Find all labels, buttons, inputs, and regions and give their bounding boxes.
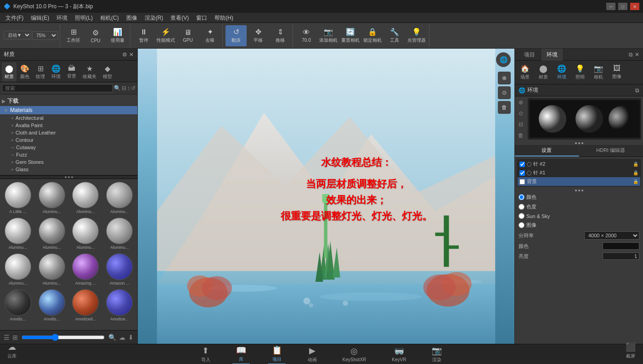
env-tab-lighting[interactable]: 💡 照明	[572, 62, 588, 82]
viewport-globe-button[interactable]: 🌐	[496, 52, 511, 67]
grid-view-icon[interactable]: ⊞	[12, 334, 18, 341]
tab-favorites[interactable]: ★ 收藏夹	[80, 62, 99, 82]
panel-settings-icon[interactable]: ⚙	[122, 51, 127, 58]
tree-item-cloth-leather[interactable]: + Cloth and Leather	[7, 129, 137, 136]
radio-image[interactable]	[519, 222, 525, 228]
mat-item-6[interactable]: Aluminu...	[70, 217, 102, 251]
add-camera-button[interactable]: 📷添加相机	[318, 25, 339, 46]
radio-sunsky[interactable]	[519, 213, 525, 219]
menu-render[interactable]: 渲染(R)	[141, 13, 167, 23]
fov-button[interactable]: 👁70.0	[296, 25, 317, 46]
mat-item-3[interactable]: Aluminu...	[103, 181, 135, 215]
cloud-icon[interactable]: ☁	[119, 334, 125, 341]
tab-texture[interactable]: ⊞ 纹理	[33, 62, 48, 82]
env-tab-image[interactable]: 🖼 图像	[609, 62, 625, 82]
env-side-icon-4[interactable]: 🗑	[516, 130, 526, 140]
layer-checkbox-pin1[interactable]	[519, 170, 525, 176]
env-tab-material[interactable]: ⬤ 材质	[535, 62, 552, 82]
lock-icon-pin1[interactable]: 🔒	[633, 170, 638, 175]
tree-item-glass[interactable]: + Glass	[7, 166, 137, 173]
viewport[interactable]: 水纹教程总结： 当两层材质调整好后， 效果的出来； 很重要是调整灯光、灯光、灯光…	[138, 49, 514, 344]
viewport-side-icon-1[interactable]: ⊕	[498, 72, 511, 84]
list-view-icon[interactable]: ☰	[4, 334, 10, 341]
zoom-in-icon[interactable]: 🔍	[108, 334, 116, 341]
env-tab-camera[interactable]: 📷 相机	[590, 62, 607, 82]
radio-color[interactable]	[519, 194, 525, 200]
mat-item-12[interactable]: Anodiz...	[2, 288, 34, 322]
layer-checkbox-pin2[interactable]	[519, 162, 525, 167]
env-tab-scene[interactable]: 🏠 场景	[517, 62, 533, 82]
maximize-button[interactable]: □	[618, 3, 627, 10]
mat-item-5[interactable]: Aluminu...	[36, 217, 68, 251]
tools-button[interactable]: 🔧工具	[384, 25, 405, 46]
close-icon[interactable]: ✕	[635, 51, 639, 58]
env-side-icon-2[interactable]: ⊙	[516, 108, 526, 118]
env-side-icon-3[interactable]: ⊟	[516, 119, 526, 129]
tree-item-fuzz[interactable]: ─ Fuzz	[7, 151, 137, 158]
close-button[interactable]: ✕	[630, 3, 639, 10]
mat-item-14[interactable]: Anodized...	[70, 288, 102, 322]
mat-item-1[interactable]: Aluminu...	[36, 181, 68, 215]
float-icon[interactable]: ⧉	[629, 51, 633, 58]
tree-item-contour[interactable]: + Contour	[7, 136, 137, 144]
filter-icon[interactable]: ⊟	[122, 85, 126, 91]
download-icon[interactable]: ⬇	[128, 334, 134, 341]
env-expand-icon[interactable]: ⧉	[635, 87, 639, 94]
tab-model[interactable]: ◆ 模型	[100, 62, 115, 82]
menu-edit[interactable]: 编辑(E)	[27, 13, 53, 23]
tab-project[interactable]: 项目	[519, 49, 541, 61]
menu-lighting[interactable]: 照明(L)	[71, 13, 96, 23]
tree-root-downloads[interactable]: ▶ 下载	[0, 96, 137, 106]
tree-item-materials[interactable]: ▼ Materials	[0, 106, 137, 114]
mat-item-15[interactable]: Anodize...	[103, 288, 135, 322]
animation-button[interactable]: ▶ 动画	[304, 345, 321, 364]
tumble-button[interactable]: ↺翻滚	[226, 25, 247, 46]
mat-item-11[interactable]: Amazon ...	[103, 252, 135, 286]
tab-material[interactable]: ⬤ 材质	[2, 62, 17, 82]
panel-close-icon[interactable]: ✕	[129, 51, 134, 58]
size-slider[interactable]	[22, 334, 105, 341]
import-button[interactable]: ⬆ 导入	[197, 345, 214, 364]
mode-dropdown[interactable]: 启动▼	[4, 31, 31, 39]
tab-environment[interactable]: 🌐 环境	[49, 62, 63, 82]
lock-camera-button[interactable]: 🔒锁定相机	[362, 25, 383, 46]
render-button[interactable]: 📷 渲染	[428, 345, 446, 364]
menu-image[interactable]: 图像	[123, 13, 141, 23]
layer-checkbox-bg[interactable]	[519, 179, 525, 185]
hdri-tab-settings[interactable]: 设置	[515, 145, 579, 157]
mat-item-8[interactable]: Aluminu...	[2, 252, 34, 286]
zoom-dropdown[interactable]: 75%	[32, 31, 58, 40]
layer-row-background[interactable]: 背景 🔒	[518, 177, 640, 186]
hdri-tab-editor[interactable]: HDRI 编辑器	[579, 145, 643, 157]
mat-item-2[interactable]: Aluminu...	[70, 181, 102, 215]
menu-camera[interactable]: 相机(C)	[96, 13, 123, 23]
mat-item-10[interactable]: Amazing ...	[70, 252, 102, 286]
screenshot-button[interactable]: ⬛ 截屏	[622, 341, 639, 360]
brightness-input[interactable]	[603, 252, 639, 260]
viewport-side-icon-2[interactable]: ⊙	[498, 86, 511, 99]
keyvr-button[interactable]: 🥽 KeyVR	[388, 345, 410, 363]
pause-button[interactable]: ⏸暂停	[133, 25, 154, 46]
env-tab-environment[interactable]: 🌐 环境	[553, 62, 570, 82]
cpu-button[interactable]: ⚙CPU	[85, 25, 106, 46]
menu-file[interactable]: 文件(F)	[2, 13, 27, 23]
color-swatch[interactable]	[603, 242, 639, 250]
menu-view[interactable]: 查看(V)	[167, 13, 192, 23]
mat-item-0[interactable]: A Little ...	[2, 181, 34, 215]
resolution-select[interactable]: 4000 × 2000 8000 × 4000 2000 × 1000	[584, 231, 639, 240]
mat-item-7[interactable]: Aluminu...	[103, 217, 135, 251]
tab-background[interactable]: 🏔 背景	[64, 62, 79, 82]
library-button[interactable]: 📖 库	[232, 344, 250, 364]
menu-window[interactable]: 窗口	[192, 13, 211, 23]
mat-item-9[interactable]: Aluminu...	[36, 252, 68, 286]
keyshotxr-button[interactable]: ◎ KeyShotXR	[339, 345, 370, 363]
light-manager-button[interactable]: 💡光管理器	[406, 25, 427, 46]
workspace-button[interactable]: ⊞工作区	[63, 25, 84, 46]
minimize-button[interactable]: ─	[606, 3, 615, 10]
lock-icon-pin2[interactable]: 🔒	[633, 162, 638, 167]
tree-item-architectural[interactable]: + Architectural	[7, 114, 137, 122]
radio-shade[interactable]	[519, 204, 525, 210]
lock-icon-bg[interactable]: 🔒	[633, 179, 638, 184]
panel-resize-handle[interactable]	[0, 175, 137, 179]
search-input[interactable]	[2, 84, 113, 92]
